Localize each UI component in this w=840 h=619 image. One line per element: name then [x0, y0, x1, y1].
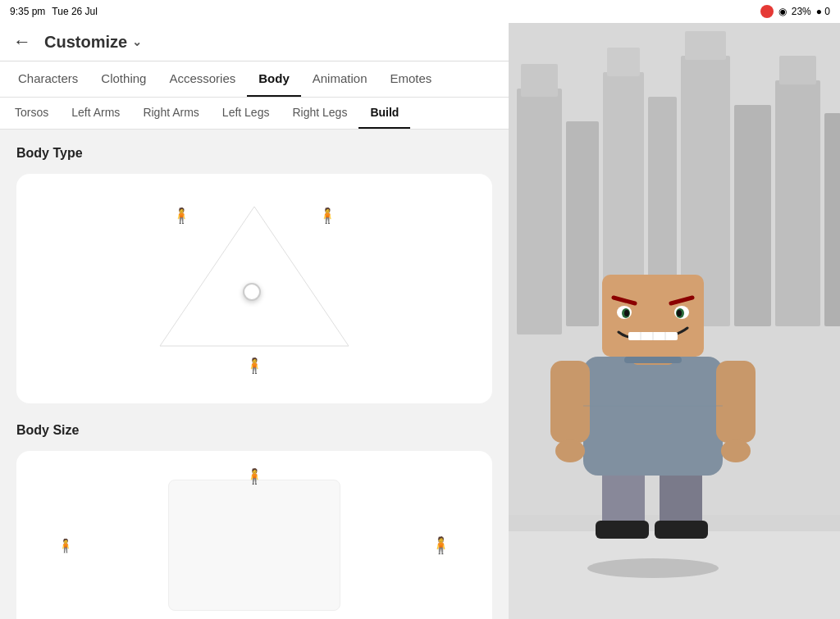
- svg-rect-9: [685, 31, 726, 60]
- sub-tab-left-legs[interactable]: Left Legs: [211, 98, 281, 129]
- sub-tab-left-arms[interactable]: Left Arms: [60, 98, 131, 129]
- svg-marker-0: [160, 207, 349, 346]
- svg-rect-11: [775, 80, 820, 326]
- svg-point-32: [624, 310, 629, 316]
- body-type-slider-dot[interactable]: [243, 283, 261, 301]
- triangle-svg: [148, 198, 361, 362]
- person-icon-size-left: 🧍: [57, 538, 74, 553]
- status-left: 9:35 pm Tue 26 Jul: [10, 6, 98, 17]
- date-display: Tue 26 Jul: [52, 6, 98, 17]
- sub-tabs: TorsosLeft ArmsRight ArmsLeft LegsRight …: [0, 98, 509, 130]
- body-type-title: Body Type: [16, 146, 492, 161]
- svg-point-24: [555, 439, 585, 462]
- status-right: ◉ 23% ● 0: [760, 5, 830, 18]
- svg-point-35: [677, 310, 682, 316]
- body-size-title: Body Size: [16, 423, 492, 438]
- chevron-down-icon[interactable]: ⌄: [132, 35, 142, 48]
- svg-rect-13: [824, 113, 840, 326]
- svg-rect-23: [716, 361, 756, 443]
- nav-tab-accessories[interactable]: Accessories: [158, 61, 247, 97]
- record-button[interactable]: [760, 5, 774, 18]
- time-display: 9:35 pm: [10, 6, 45, 17]
- nav-tabs: CharactersClothingAccessoriesBodyAnimati…: [0, 61, 509, 98]
- person-icon-size-right: 🧍: [431, 535, 451, 555]
- sub-tab-build[interactable]: Build: [358, 98, 410, 129]
- left-panel: ← Customize ⌄ CharactersClothingAccessor…: [0, 23, 509, 619]
- status-bar: 9:35 pm Tue 26 Jul ◉ 23% ● 0: [0, 0, 840, 23]
- character-svg: [546, 225, 760, 578]
- right-panel: [509, 23, 840, 619]
- person-icon-size-top: 🧍: [245, 467, 263, 485]
- title-text: Customize: [44, 33, 127, 52]
- sub-tab-right-legs[interactable]: Right Legs: [281, 98, 358, 129]
- svg-rect-40: [624, 357, 682, 363]
- body-type-area[interactable]: 🧍 🧍 🧍: [16, 174, 492, 403]
- nav-tab-characters[interactable]: Characters: [7, 61, 89, 97]
- svg-rect-21: [583, 357, 723, 476]
- nav-tab-clothing[interactable]: Clothing: [89, 61, 158, 97]
- nav-tab-emotes[interactable]: Emotes: [378, 61, 443, 97]
- svg-point-16: [587, 558, 719, 578]
- svg-rect-19: [596, 521, 649, 539]
- notification-badge: ● 0: [816, 6, 830, 17]
- svg-rect-27: [602, 275, 704, 357]
- body-type-triangle[interactable]: 🧍 🧍 🧍: [148, 198, 361, 379]
- header-title: Customize ⌄: [44, 33, 142, 52]
- content-area: Body Type 🧍 🧍 🧍 Body Size: [0, 130, 509, 619]
- nav-tab-animation[interactable]: Animation: [301, 61, 379, 97]
- character-figure: [546, 225, 760, 570]
- nav-tab-body[interactable]: Body: [247, 61, 301, 97]
- battery-display: 23%: [792, 6, 811, 17]
- sub-tab-torsos[interactable]: Torsos: [3, 98, 60, 129]
- svg-rect-20: [655, 521, 708, 539]
- svg-point-25: [721, 439, 751, 462]
- svg-rect-22: [550, 361, 590, 443]
- body-size-inner: 🧍 🧍 🧍: [33, 467, 476, 619]
- app-container: ← Customize ⌄ CharactersClothingAccessor…: [0, 23, 840, 619]
- body-size-area[interactable]: 🧍 🧍 🧍: [16, 451, 492, 619]
- svg-rect-3: [521, 64, 558, 97]
- svg-rect-12: [779, 56, 816, 84]
- body-size-rect[interactable]: [168, 480, 340, 611]
- header: ← Customize ⌄: [0, 23, 509, 61]
- wifi-icon: ◉: [778, 6, 787, 17]
- sub-tab-right-arms[interactable]: Right Arms: [131, 98, 210, 129]
- svg-rect-6: [607, 48, 640, 76]
- back-button[interactable]: ←: [13, 31, 31, 52]
